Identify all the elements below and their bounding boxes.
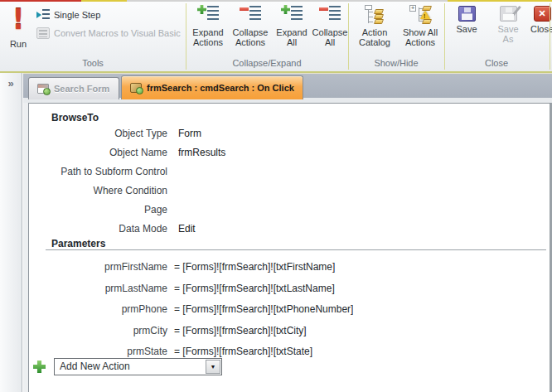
- expand-all-icon: [281, 5, 303, 25]
- group-label-tools: Tools: [0, 58, 186, 70]
- parameter-name: prmState: [35, 346, 167, 357]
- add-new-action-value: Add New Action: [60, 361, 130, 372]
- collapse-actions-button[interactable]: Collapse Actions: [230, 3, 271, 58]
- combobox-dropdown-button[interactable]: ▼: [206, 360, 220, 374]
- field-label: Object Name: [35, 147, 167, 158]
- convert-macros-button[interactable]: Convert Macros to Visual Basic: [36, 24, 181, 41]
- save-as-label: Save As: [492, 24, 524, 44]
- field-value[interactable]: Form: [178, 128, 201, 139]
- expand-actions-icon: [197, 5, 219, 25]
- close-x-icon: ✕: [534, 6, 551, 22]
- collapse-actions-label: Collapse Actions: [230, 27, 271, 47]
- close-button[interactable]: ✕ Close: [525, 3, 552, 58]
- show-all-actions-icon: +: [409, 5, 431, 25]
- field-label: Data Mode: [35, 223, 167, 235]
- parameter-row: prmLastName = [Forms]![frmSearch]![txtLa…: [29, 283, 550, 296]
- parameters-heading: Parameters: [51, 238, 105, 249]
- parameters-divider: [46, 249, 546, 250]
- action-catalog-button[interactable]: Action Catalog: [353, 3, 396, 58]
- access-macro-designer-window: ! Run Single Step Convert Macros to Visu…: [0, 0, 552, 392]
- field-label: Path to Subform Control: [35, 166, 167, 177]
- macro-design-surface[interactable]: BrowseTo Object Type Form Object Name fr…: [28, 103, 552, 392]
- macro-icon: [130, 83, 142, 93]
- expand-all-label: Expand All: [274, 27, 310, 47]
- convert-macros-label: Convert Macros to Visual Basic: [54, 28, 181, 38]
- tab-frmsearch-cmdsearch-onclick[interactable]: frmSearch : cmdSearch : On Click: [121, 75, 303, 99]
- save-as-button[interactable]: Save As: [492, 3, 524, 58]
- expand-actions-button[interactable]: Expand Actions: [189, 3, 227, 58]
- group-label-close: Close: [444, 58, 549, 70]
- save-label: Save: [456, 24, 477, 34]
- tab-search-form[interactable]: Search Form: [28, 77, 119, 99]
- parameter-row: prmState = [Forms]![frmSearch]![txtState…: [29, 346, 550, 359]
- macro-action-header[interactable]: BrowseTo: [51, 112, 99, 123]
- form-icon: [37, 84, 49, 94]
- add-action-plus-icon[interactable]: [33, 361, 46, 373]
- show-all-actions-button[interactable]: + Show All Actions: [399, 3, 442, 58]
- field-row: Object Type Form: [29, 128, 550, 141]
- parameter-name: prmFirstName: [35, 261, 167, 273]
- parameter-name: prmLastName: [35, 283, 167, 294]
- field-row: Object Name frmResults: [29, 147, 550, 160]
- group-label-show-hide: Show/Hide: [348, 58, 444, 70]
- parameter-name: prmPhone: [35, 303, 167, 315]
- action-catalog-icon: [364, 5, 385, 25]
- field-row: Page: [29, 204, 550, 217]
- add-new-action-combobox[interactable]: Add New Action ▼: [54, 358, 222, 375]
- expand-actions-label: Expand Actions: [189, 27, 227, 47]
- save-as-icon: [500, 6, 517, 22]
- collapse-all-button[interactable]: Collapse All: [312, 3, 348, 58]
- parameter-value[interactable]: = [Forms]![frmSearch]![txtPhoneNumber]: [174, 303, 353, 315]
- field-label: Object Type: [35, 128, 167, 139]
- save-icon: [458, 6, 476, 22]
- single-step-icon: [36, 8, 50, 21]
- expand-all-button[interactable]: Expand All: [274, 3, 310, 58]
- field-value[interactable]: frmResults: [178, 147, 225, 158]
- save-button[interactable]: Save: [451, 3, 482, 58]
- navigation-pane-shutter-bar[interactable]: »: [0, 73, 22, 392]
- document-tab-strip: Search Form frmSearch : cmdSearch : On C…: [23, 73, 552, 103]
- work-area: BrowseTo Object Type Form Object Name fr…: [23, 103, 552, 392]
- convert-macros-icon: [36, 27, 50, 39]
- group-separator: [550, 3, 550, 70]
- field-value[interactable]: Edit: [178, 223, 196, 235]
- field-row: Path to Subform Control: [29, 166, 550, 179]
- collapse-all-icon: [319, 5, 341, 25]
- parameter-value[interactable]: = [Forms]![frmSearch]![txtCity]: [174, 325, 307, 336]
- field-row: Where Condition: [29, 185, 550, 198]
- collapse-all-label: Collapse All: [312, 27, 348, 47]
- single-step-button[interactable]: Single Step: [36, 6, 100, 23]
- dropdown-arrow-icon: ▼: [211, 364, 216, 370]
- parameter-name: prmCity: [35, 325, 167, 336]
- field-label: Where Condition: [35, 185, 167, 196]
- parameter-value[interactable]: = [Forms]![frmSearch]![txtFirstName]: [174, 261, 335, 273]
- action-catalog-label: Action Catalog: [353, 27, 396, 47]
- parameter-value[interactable]: = [Forms]![frmSearch]![txtState]: [174, 346, 312, 357]
- run-exclamation-icon: !: [12, 3, 24, 36]
- field-label: Page: [35, 204, 167, 215]
- run-button[interactable]: ! Run: [2, 3, 35, 56]
- single-step-label: Single Step: [54, 10, 100, 20]
- ribbon-design-tab: ! Run Single Step Convert Macros to Visu…: [0, 2, 552, 73]
- tab-active-label: frmSearch : cmdSearch : On Click: [147, 83, 294, 93]
- group-label-collapse-expand: Collapse/Expand: [186, 58, 348, 70]
- show-all-actions-label: Show All Actions: [399, 27, 442, 47]
- collapse-actions-icon: [240, 5, 261, 25]
- parameter-row: prmPhone = [Forms]![frmSearch]![txtPhone…: [29, 303, 550, 317]
- parameter-row: prmFirstName = [Forms]![frmSearch]![txtF…: [29, 261, 550, 274]
- parameter-row: prmCity = [Forms]![frmSearch]![txtCity]: [29, 325, 550, 338]
- run-button-label: Run: [10, 39, 27, 49]
- expand-nav-pane-chevron-icon[interactable]: »: [0, 77, 22, 90]
- field-row: Data Mode Edit: [29, 223, 550, 236]
- parameter-value[interactable]: = [Forms]![frmSearch]![txtLastName]: [174, 283, 335, 294]
- tab-search-form-label: Search Form: [54, 84, 109, 94]
